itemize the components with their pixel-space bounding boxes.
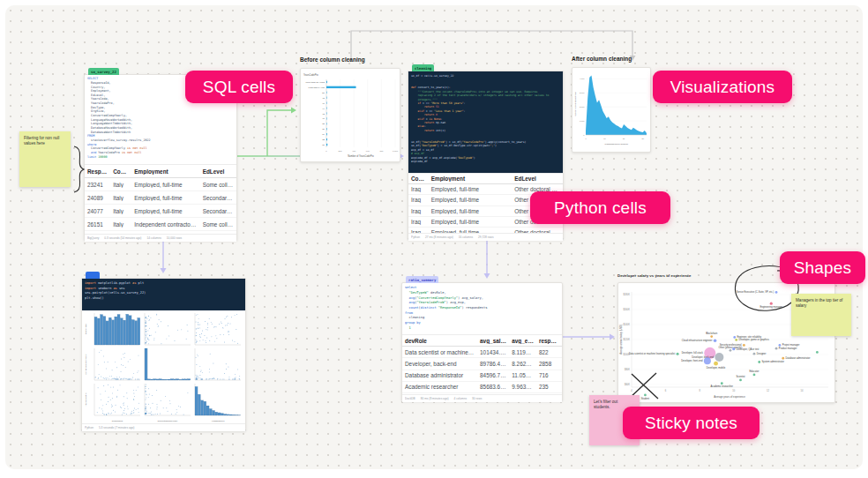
svg-text:Developer, back-end: Developer, back-end: [692, 355, 714, 359]
after-chart-svg: 01,0002,0003,0004,0000102030YearsCodePro…: [572, 68, 650, 152]
label-python-cells[interactable]: Python cells: [530, 191, 670, 224]
svg-text:Blockchain: Blockchain: [706, 332, 718, 335]
svg-text:Project manager: Project manager: [782, 343, 800, 347]
after-chart-title: After column cleaning: [572, 56, 632, 62]
svg-text:$140K: $140K: [623, 323, 630, 326]
svg-text:Number of YearsCodePro: Number of YearsCodePro: [348, 154, 374, 158]
svg-text:$120K: $120K: [623, 338, 630, 341]
svg-text:System administrator: System administrator: [762, 360, 784, 363]
ratio-cell-tab[interactable]: ratio_summary: [406, 276, 438, 283]
svg-text:48: 48: [322, 97, 325, 100]
svg-text:44: 44: [322, 108, 325, 110]
table-row: ResponseIdCountryEmploymentEdLevel: [85, 165, 236, 178]
sticky-note-filtering[interactable]: Filtering for non null values here: [19, 131, 71, 187]
python-cell-pairplot[interactable]: import matplotlib.pyplot as plt import s…: [81, 278, 246, 431]
svg-text:30: 30: [641, 138, 644, 139]
svg-text:Product manager: Product manager: [779, 347, 797, 350]
svg-text:Educator: Educator: [750, 370, 760, 373]
svg-text:0: 0: [326, 150, 327, 153]
cleaning-cell-footer: Python27 ms (8 minutes ago)16 columns29,…: [408, 233, 563, 241]
svg-text:20: 20: [623, 138, 625, 139]
svg-text:YearsCodeProW (binned): YearsCodeProW (binned): [604, 143, 628, 146]
svg-text:Developer, front-end: Developer, front-end: [681, 359, 703, 362]
before-chart-title: Before column cleaning: [300, 56, 365, 63]
table-row: 23241ItalyEmployed, full-timeSome colleg…: [85, 178, 236, 191]
svg-text:Engineering manager: Engineering manager: [760, 305, 782, 309]
svg-text:40: 40: [322, 117, 325, 120]
before-chart-svg: YearsCodePro02004006008001,000More than …: [301, 69, 400, 161]
svg-text:36: 36: [322, 128, 325, 131]
svg-text:$180K: $180K: [623, 293, 630, 296]
svg-text:2,000: 2,000: [580, 106, 585, 108]
svg-text:1,000: 1,000: [580, 120, 585, 123]
svg-text:42: 42: [322, 113, 325, 116]
sql-results-table[interactable]: ResponseIdCountryEmploymentEdLevel23241I…: [85, 164, 236, 234]
table-row: Academic researcher85683.692405449.96387…: [402, 382, 562, 393]
ratio-cell-footer: DuckDB80 ms (8 minutes ago)4 columns30 r…: [402, 394, 562, 402]
sticky-note-text: Filtering for non null values here: [19, 131, 71, 151]
svg-text:200: 200: [339, 150, 343, 153]
svg-text:ConvertedCompYearly: ConvertedCompYearly: [85, 354, 86, 375]
table-row: Developer, back-end89786.485785188.26216…: [402, 358, 562, 370]
pairplot-cell-tab[interactable]: [86, 272, 100, 279]
sticky-note-text: Managers in the top tier of salary: [791, 294, 851, 313]
svg-text:Student: Student: [641, 397, 650, 400]
svg-text:800: 800: [379, 150, 384, 153]
table-row: CountryEmploymentEdLevel: [408, 174, 563, 184]
pairplot-svg: ResponseIdResponseIdConvertedCompYearlyC…: [82, 310, 245, 423]
svg-text:Average years of experience: Average years of experience: [714, 395, 745, 399]
after-cleaning-chart[interactable]: 01,0002,0003,0004,0000102030YearsCodePro…: [572, 67, 651, 153]
svg-text:Developer, game or graphics: Developer, game or graphics: [738, 338, 769, 341]
svg-text:Cloud infrastructure engineer: Cloud infrastructure engineer: [682, 339, 713, 342]
svg-text:46: 46: [322, 102, 325, 105]
pairplot-code-editor[interactable]: import matplotlib.pyplot as plt import s…: [82, 279, 245, 310]
svg-text:YearsCodePro: YearsCodePro: [85, 392, 86, 407]
svg-text:14: 14: [801, 389, 804, 392]
table-row: devRoleavg_salaryavg_exprespondents: [402, 335, 562, 347]
sql-cell-ratio-summary[interactable]: ratio_summary select "DevTypeW" devRole,…: [401, 282, 563, 401]
svg-text:$80K: $80K: [625, 368, 630, 371]
table-row: Database administrator84596.7902837711.0…: [402, 370, 562, 382]
svg-text:3,000: 3,000: [580, 92, 585, 94]
svg-text:8: 8: [699, 389, 700, 392]
svg-text:38: 38: [322, 123, 325, 125]
label-shapes[interactable]: Shapes: [780, 251, 865, 284]
svg-text:ConvertedCompYearly: ConvertedCompYearly: [157, 420, 178, 422]
svg-text:32: 32: [322, 138, 325, 141]
svg-text:30: 30: [322, 144, 325, 146]
ratio-code-editor[interactable]: select "DevTypeW" devRole, avg("Converte…: [402, 283, 562, 334]
sticky-note-managers[interactable]: Managers in the top tier of salary: [791, 294, 851, 336]
svg-text:$60K: $60K: [625, 383, 630, 386]
label-visualizations[interactable]: Visualizations: [653, 71, 792, 103]
svg-text:Designer: Designer: [757, 352, 767, 355]
svg-text:4,000: 4,000: [580, 78, 585, 80]
svg-text:ResponseId: ResponseId: [112, 420, 123, 422]
svg-text:Developer, QA or test: Developer, QA or test: [737, 347, 760, 351]
svg-text:YearsCodePro: YearsCodePro: [212, 420, 226, 422]
sql-cell-footer: BigQuery0.3 seconds (54 minutes ago)14 c…: [85, 234, 236, 242]
svg-text:400: 400: [352, 150, 356, 153]
sql-cell-tab[interactable]: so_survey_22: [88, 68, 119, 75]
table-row: IraqEmployed, full-timeOther doctoral de…: [408, 228, 563, 233]
svg-text:Data scientist or machine lear: Data scientist or machine learning speci…: [629, 352, 676, 355]
label-sql-cells[interactable]: SQL cells: [185, 71, 293, 103]
label-sticky-notes[interactable]: Sticky notes: [623, 407, 760, 439]
svg-text:10: 10: [732, 389, 735, 392]
svg-text:Number of 'YearsCodeProW': Number of 'YearsCodeProW': [574, 91, 576, 116]
before-cleaning-chart[interactable]: YearsCodePro02004006008001,000More than …: [300, 68, 400, 162]
svg-text:Database administrator: Database administrator: [786, 356, 811, 360]
pairplot-cell-footer: Python5.3 seconds (7 minutes ago): [82, 423, 245, 431]
svg-text:Developer, full-stack: Developer, full-stack: [682, 351, 704, 355]
svg-text:600: 600: [366, 150, 370, 153]
table-row: Data scientist or machine learning speci…: [402, 347, 562, 358]
table-row: 26151ItalyIndependent contractor, freela…: [85, 218, 236, 231]
python-code-editor[interactable]: so_df = cells.so_survey_22 def convert_t…: [408, 71, 563, 173]
svg-text:0: 0: [583, 134, 585, 136]
ratio-results-table[interactable]: devRoleavg_salaryavg_exprespondentsData …: [402, 334, 562, 394]
svg-text:Senior Executive (C-Suite, VP,: Senior Executive (C-Suite, VP, etc.): [737, 290, 774, 294]
svg-text:Academic researcher: Academic researcher: [711, 385, 733, 388]
cleaning-cell-tab[interactable]: cleaning: [412, 64, 434, 71]
svg-text:34: 34: [322, 133, 325, 136]
svg-text:10: 10: [603, 138, 606, 139]
svg-text:ResponseId: ResponseId: [85, 323, 86, 334]
